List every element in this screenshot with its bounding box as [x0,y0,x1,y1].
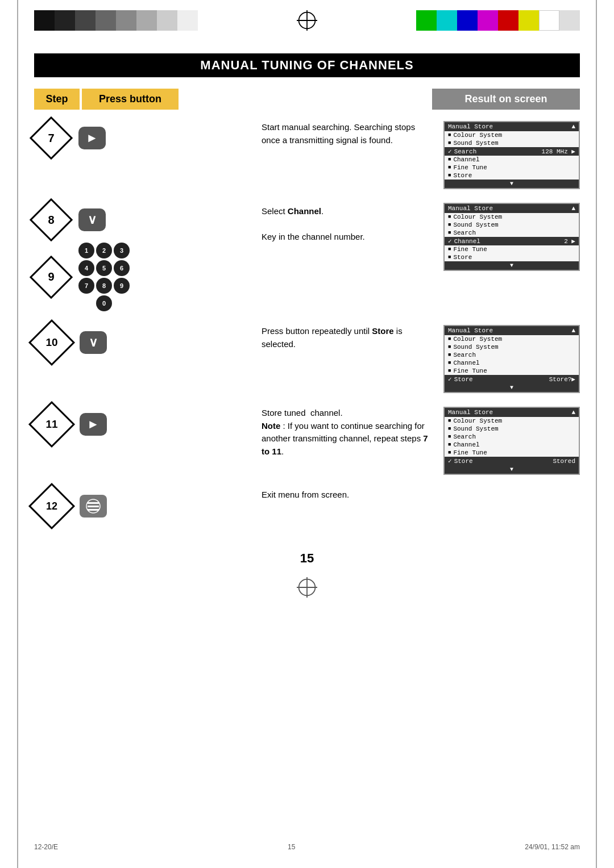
color-block-yellow [518,10,539,31]
screen-11: Manual Store ▲ ■ Colour System ■ Sound S… [443,407,580,475]
color-block-gray1 [96,10,116,31]
svg-rect-3 [88,502,99,504]
step-num-7: 7 [34,121,68,155]
page-number: 15 [0,551,614,566]
step-left-11: 11 ► [34,407,250,442]
button-7-right[interactable]: ► [78,127,106,149]
step-desc-7: Start manual searching. Searching stops … [250,121,443,147]
svg-rect-5 [88,509,99,511]
screen-7: Manual Store ▲ ■ Colour System ■ Sound S… [443,121,580,189]
numpad-9: 1 2 3 4 5 6 7 8 9 0 [78,243,130,311]
color-block-black2 [55,10,75,31]
step-num-9: 9 [34,260,68,294]
footer-right: 24/9/01, 11:52 am [525,843,580,851]
step-desc-10: Press button repeatedly until Store is s… [250,325,443,350]
step-left-7: 7 ► [34,121,250,155]
button-12-menu[interactable] [80,495,107,518]
step-header: Step [34,89,80,110]
screen-10: Manual Store ▲ ■ Colour System ■ Sound S… [443,325,580,393]
button-11-right[interactable]: ► [80,413,107,436]
step-desc-11: Store tuned channel. Note : If you want … [250,407,443,458]
step-sub-8: 8 ∨ [34,203,106,237]
step-num-8: 8 [34,203,68,237]
menu-icon [85,498,101,514]
button-8-down[interactable]: ∨ [78,208,106,231]
step-row-7: 7 ► Start manual searching. Searching st… [34,121,580,189]
side-line-right [596,0,597,868]
top-bar [0,0,614,36]
color-block-gray2 [116,10,136,31]
press-header: Press button [82,89,179,110]
step-left-12: 12 [34,489,250,524]
button-10-down[interactable]: ∨ [80,331,107,354]
color-block-blue [457,10,478,31]
color-block-dark [75,10,96,31]
step-row-11: 11 ► Store tuned channel. Note : If you … [34,407,580,475]
step-num-12: 12 [34,489,69,524]
step-row-8-9: 8 ∨ 9 1 2 3 4 5 6 7 8 [34,203,580,311]
screen-9: Manual Store ▲ ■ Colour System ■ Sound S… [443,203,580,271]
step-num-11: 11 [34,407,69,442]
page-title: Manual Tuning of Channels [34,53,580,77]
footer-left: 12-20/E [34,843,58,851]
color-block-light [177,10,198,31]
footer-center: 15 [288,843,295,851]
step-sub-9: 9 1 2 3 4 5 6 7 8 9 0 [34,243,130,311]
step-left-10: 10 ∨ [34,325,250,360]
crosshair-center [221,10,393,31]
svg-rect-4 [88,506,99,507]
color-block-lightgray [559,10,580,31]
side-line-left [17,0,18,868]
color-block-black1 [34,10,55,31]
color-block-gray4 [157,10,177,31]
step-desc-8-9: Select Channel. Key in the channel numbe… [250,203,443,244]
color-blocks-right [416,10,580,31]
footer-crosshair [0,577,614,598]
color-block-white [539,10,559,31]
color-block-green [416,10,437,31]
color-block-magenta [478,10,498,31]
page-footer: 12-20/E 15 24/9/01, 11:52 am [0,843,614,851]
step-left-8-9: 8 ∨ 9 1 2 3 4 5 6 7 8 [34,203,250,311]
footer-crosshair-icon [297,577,317,598]
color-block-cyan [437,10,457,31]
color-block-red [498,10,518,31]
color-blocks-left [34,10,198,31]
content-area: 7 ► Start manual searching. Searching st… [34,121,580,534]
result-header: Result on screen [432,89,580,110]
step-num-10: 10 [34,325,69,360]
column-headers: Step Press button Result on screen [34,89,580,110]
step-row-10: 10 ∨ Press button repeatedly until Store… [34,325,580,393]
step-row-12: 12 Exit menu from screen. [34,489,580,534]
crosshair-icon [297,10,317,31]
color-block-gray3 [136,10,157,31]
step-desc-12: Exit menu from screen. [250,489,443,502]
